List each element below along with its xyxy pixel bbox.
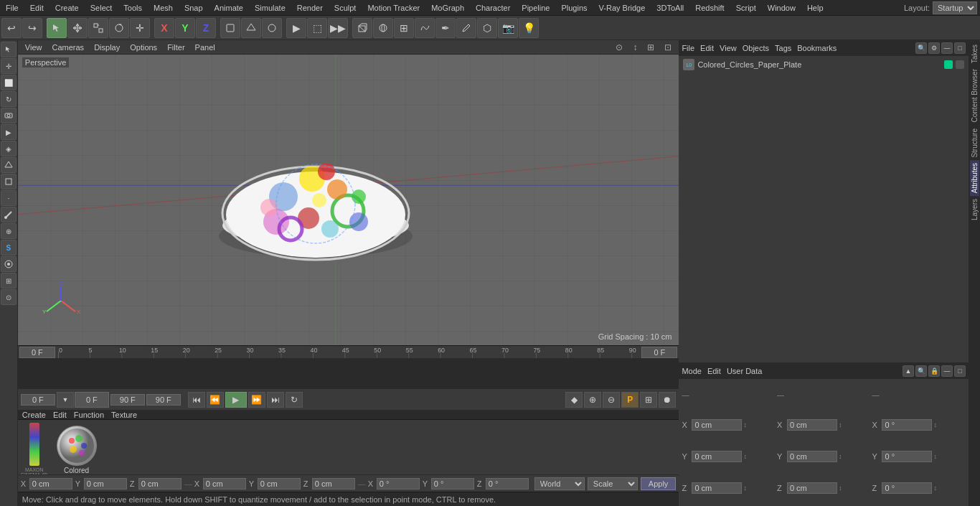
layout-select[interactable]: Startup [933, 1, 977, 14]
menu-snap[interactable]: Snap [179, 2, 209, 14]
x-size-input[interactable] [203, 478, 246, 489]
pen-tool[interactable] [456, 18, 476, 38]
menu-pipeline[interactable]: Pipeline [516, 2, 555, 14]
menu-motion-tracker[interactable]: Motion Tracker [362, 2, 425, 14]
undo-button[interactable]: ↩ [1, 18, 22, 38]
current-frame-display[interactable]: 0 F [19, 347, 55, 358]
obj-edit[interactable]: Edit [700, 44, 714, 52]
obj-bookmarks[interactable]: Bookmarks [797, 44, 837, 52]
attr-user-data[interactable]: User Data [727, 367, 763, 375]
transport-arrow-down[interactable]: ▼ [57, 392, 74, 408]
side-tab-layers[interactable]: Layers [970, 196, 979, 223]
transport-P[interactable]: P [621, 392, 639, 408]
scale-tool[interactable] [88, 18, 108, 38]
left-knife[interactable] [1, 207, 17, 222]
scale-dropdown[interactable]: Scale Size [588, 477, 638, 490]
transport-first[interactable]: ⏮ [188, 392, 205, 408]
z-rot-input[interactable] [486, 478, 529, 489]
menu-mograph[interactable]: MoGraph [425, 2, 470, 14]
left-snap[interactable]: ⊙ [1, 289, 17, 305]
attr-y-size[interactable] [787, 451, 837, 462]
left-edge[interactable] [1, 174, 17, 189]
attr-z-rot[interactable] [882, 482, 932, 494]
model-mode[interactable] [241, 18, 261, 38]
attr-icon4[interactable]: — [941, 365, 953, 377]
viewport-options[interactable]: Options [126, 42, 161, 52]
viewport-view[interactable]: View [21, 42, 47, 52]
z-size-input[interactable] [312, 478, 355, 489]
left-poly[interactable] [1, 157, 17, 173]
obj-collapse[interactable]: — [941, 42, 953, 54]
left-rotate-box[interactable]: ↻ [1, 91, 17, 107]
transport-end1[interactable] [110, 394, 145, 406]
viewport-icon-3[interactable]: ⊞ [643, 42, 659, 53]
select-tool[interactable] [47, 18, 67, 38]
menu-sculpt[interactable]: Sculpt [329, 2, 362, 14]
material-preview[interactable] [57, 426, 97, 466]
draw-tool[interactable]: ✒ [435, 18, 456, 38]
render-region[interactable]: ⬚ [307, 18, 327, 38]
y-size-input[interactable] [258, 478, 301, 489]
side-tab-structure[interactable]: Structure [970, 126, 979, 161]
y-axis[interactable]: Y [175, 18, 195, 38]
menu-tools[interactable]: Tools [118, 2, 148, 14]
spline-tool[interactable] [415, 18, 435, 38]
polygon-tool[interactable]: ⬡ [477, 18, 497, 38]
menu-animate[interactable]: Animate [209, 2, 249, 14]
menu-script[interactable]: Script [730, 2, 762, 14]
obj-settings[interactable]: ⚙ [928, 42, 940, 54]
left-obj[interactable]: ▶ [1, 124, 17, 140]
attr-icon1[interactable]: ▲ [903, 365, 914, 377]
attr-z-size[interactable] [787, 482, 837, 494]
attr-icon3[interactable]: 🔒 [928, 365, 940, 377]
obj-objects[interactable]: Objects [743, 44, 769, 52]
menu-file[interactable]: File [0, 2, 24, 14]
object-mode[interactable] [220, 18, 240, 38]
attr-mode[interactable]: Mode [682, 367, 702, 375]
attr-edit[interactable]: Edit [707, 367, 721, 375]
obj-tags[interactable]: Tags [775, 44, 791, 52]
left-magnet[interactable]: ⊕ [1, 223, 17, 239]
timeline-tracks[interactable] [18, 359, 679, 388]
transform-tool[interactable]: ✛ [130, 18, 150, 38]
transport-loop[interactable]: ↻ [286, 392, 303, 408]
y-pos-input[interactable] [84, 478, 127, 489]
side-tab-content[interactable]: Content Browser [970, 66, 979, 125]
camera-tool[interactable]: 📷 [498, 18, 518, 38]
menu-create[interactable]: Create [50, 2, 85, 14]
mat-texture[interactable]: Texture [111, 411, 137, 419]
transport-add-key[interactable]: ⊕ [584, 392, 601, 408]
x-rot-input[interactable] [377, 478, 420, 489]
left-grid[interactable]: ⊞ [1, 273, 17, 289]
left-camera[interactable] [1, 108, 17, 123]
material-item[interactable]: Colored [57, 426, 97, 474]
obj-view[interactable]: View [720, 44, 737, 52]
transport-record[interactable]: ⏺ [659, 392, 676, 408]
menu-character[interactable]: Character [470, 2, 516, 14]
viewport-icon-2[interactable]: ↕ [628, 42, 641, 53]
viewport-icon-4[interactable]: ⊡ [660, 42, 676, 53]
menu-window[interactable]: Window [762, 2, 801, 14]
texture-mode[interactable] [262, 18, 282, 38]
transport-prev[interactable]: ⏪ [207, 392, 224, 408]
menu-vray[interactable]: V-Ray Bridge [593, 2, 651, 14]
redo-button[interactable]: ↪ [22, 18, 42, 38]
menu-plugins[interactable]: Plugins [555, 2, 593, 14]
obj-file[interactable]: File [682, 44, 694, 52]
left-light[interactable]: ◈ [1, 141, 17, 156]
left-select[interactable] [1, 42, 17, 57]
obj-expand[interactable]: □ [954, 42, 966, 54]
attr-z-pos[interactable] [692, 482, 742, 494]
side-tab-takes[interactable]: Takes [970, 42, 979, 66]
attr-icon2[interactable]: 🔍 [915, 365, 927, 377]
render-all[interactable]: ▶▶ [328, 18, 348, 38]
menu-select[interactable]: Select [85, 2, 118, 14]
z-axis[interactable]: Z [196, 18, 216, 38]
transport-play[interactable]: ▶ [225, 392, 247, 408]
transport-grid[interactable]: ⊞ [640, 392, 657, 408]
sphere-tool[interactable] [373, 18, 393, 38]
mat-edit[interactable]: Edit [53, 411, 67, 419]
menu-simulate[interactable]: Simulate [249, 2, 291, 14]
left-sculpt[interactable] [1, 256, 17, 272]
timeline-end-frame[interactable]: 0 F [641, 347, 677, 358]
